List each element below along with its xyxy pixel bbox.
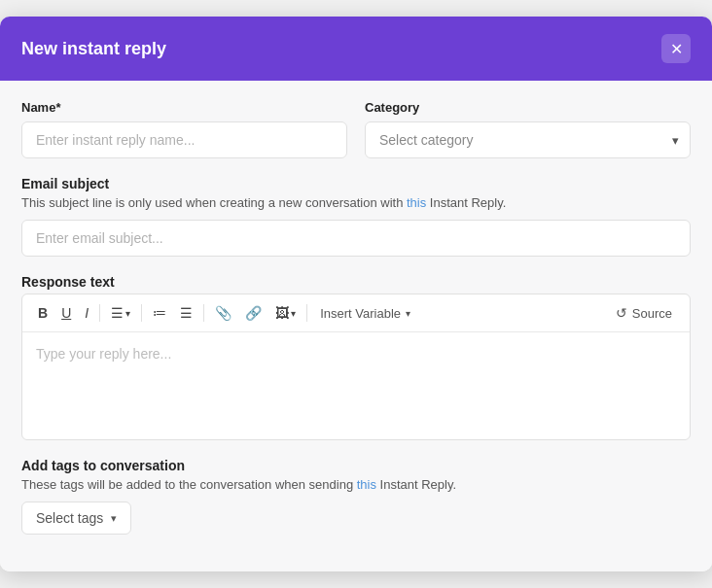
modal-title: New instant reply: [21, 39, 166, 59]
tags-label: Add tags to conversation: [21, 458, 691, 473]
name-category-row: Name* Category Select category ▾: [21, 100, 691, 158]
editor-placeholder: Type your reply here...: [36, 346, 171, 362]
category-select-wrapper: Select category ▾: [365, 121, 691, 158]
image-chevron-icon: ▾: [291, 308, 296, 319]
select-tags-button[interactable]: Select tags ▾: [21, 502, 131, 535]
toolbar-divider-1: [99, 304, 100, 322]
email-hint-link[interactable]: this: [407, 195, 426, 210]
insert-variable-button[interactable]: Insert Variable ▾: [312, 302, 418, 325]
name-input[interactable]: [21, 121, 347, 158]
bold-button[interactable]: B: [32, 301, 53, 325]
link-icon: 🔗: [245, 305, 262, 321]
close-icon: ✕: [670, 40, 683, 58]
tags-section: Add tags to conversation These tags will…: [21, 458, 691, 535]
italic-button[interactable]: I: [79, 301, 94, 325]
toolbar-divider-2: [141, 304, 142, 322]
email-subject-section: Email subject This subject line is only …: [21, 176, 691, 257]
underline-button[interactable]: U: [55, 301, 77, 325]
name-label: Name*: [21, 100, 347, 115]
select-tags-label: Select tags: [36, 510, 103, 526]
editor-content[interactable]: Type your reply here...: [22, 332, 690, 439]
response-text-section: Response text B U I ☰ ▾ ≔: [21, 274, 691, 440]
email-subject-input[interactable]: [21, 220, 691, 257]
toolbar-divider-3: [203, 304, 204, 322]
name-field-group: Name*: [21, 100, 347, 158]
category-select[interactable]: Select category: [365, 121, 691, 158]
source-icon: ↺: [616, 305, 627, 321]
insert-variable-label: Insert Variable: [320, 306, 401, 321]
attach-button[interactable]: 📎: [209, 301, 237, 325]
modal-header: New instant reply ✕: [0, 17, 712, 81]
tags-hint-link[interactable]: this: [357, 477, 376, 492]
tags-hint: These tags will be added to the conversa…: [21, 477, 691, 492]
source-button[interactable]: ↺ Source: [608, 301, 680, 325]
align-chevron-icon: ▾: [125, 308, 130, 319]
attach-icon: 📎: [215, 305, 231, 321]
link-button[interactable]: 🔗: [239, 301, 267, 325]
tags-hint-text-1: These tags will be added to the conversa…: [21, 477, 357, 492]
email-hint-text-2: Instant Reply.: [426, 195, 506, 210]
category-field-group: Category Select category ▾: [365, 100, 691, 158]
email-subject-hint: This subject line is only used when crea…: [21, 195, 691, 210]
modal-body: Name* Category Select category ▾ Email s…: [0, 81, 712, 571]
tags-hint-text-2: Instant Reply.: [376, 477, 456, 492]
unordered-list-button[interactable]: ☰: [174, 301, 198, 325]
align-button[interactable]: ☰ ▾: [105, 301, 136, 325]
email-hint-text-1: This subject line is only used when crea…: [21, 195, 407, 210]
editor-box: B U I ☰ ▾ ≔ ☰: [21, 294, 691, 440]
email-subject-label: Email subject: [21, 176, 691, 191]
image-icon: 🖼: [275, 305, 289, 321]
response-text-label: Response text: [21, 274, 691, 290]
ordered-list-icon: ≔: [153, 305, 166, 321]
ordered-list-button[interactable]: ≔: [147, 301, 172, 325]
source-label: Source: [632, 306, 672, 321]
close-button[interactable]: ✕: [661, 34, 691, 63]
category-label: Category: [365, 100, 691, 115]
new-instant-reply-modal: New instant reply ✕ Name* Category Selec…: [0, 17, 712, 571]
toolbar-divider-4: [306, 304, 307, 322]
image-button[interactable]: 🖼 ▾: [269, 301, 302, 325]
tags-chevron-down-icon: ▾: [111, 512, 117, 525]
editor-toolbar: B U I ☰ ▾ ≔ ☰: [22, 294, 690, 332]
align-icon: ☰: [111, 305, 124, 321]
insert-variable-chevron-icon: ▾: [406, 308, 410, 319]
unordered-list-icon: ☰: [180, 305, 193, 321]
